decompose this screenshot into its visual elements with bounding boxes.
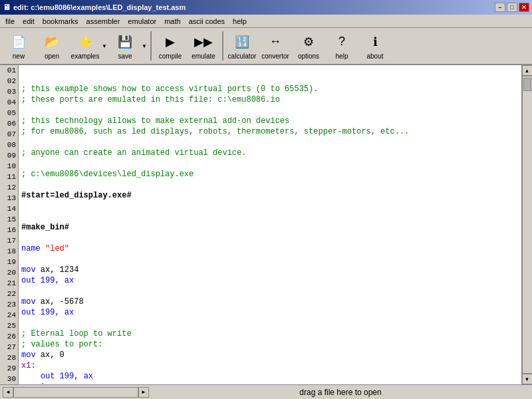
menu-item-emulator[interactable]: emulator	[124, 16, 160, 27]
menu-item-edit[interactable]: edit	[19, 16, 39, 27]
code-token: ; values to port:	[21, 340, 102, 349]
code-line-06	[21, 137, 519, 148]
line-num-20: 20	[0, 267, 18, 278]
minimize-button[interactable]: –	[495, 3, 505, 12]
menu-item-assembler[interactable]: assembler	[82, 16, 124, 27]
line-numbers: 0102030405060708091011121314151617181920…	[0, 65, 19, 384]
code-token: out 199,	[21, 276, 65, 285]
scroll-down-arrow[interactable]: ▼	[522, 374, 533, 384]
toolbar-btn-label: help	[336, 53, 348, 60]
line-num-02: 02	[0, 76, 18, 86]
code-token: ; c:\emu8086\devices\led_display.exe	[21, 170, 194, 179]
toolbar-btn-save[interactable]: 💾save	[109, 29, 141, 63]
options-icon: ⚙	[299, 33, 318, 51]
toolbar-btn-label: emulate	[192, 53, 215, 60]
line-num-22: 22	[0, 289, 18, 299]
code-line-21: mov ax, -5678	[21, 297, 519, 307]
code-token: #start=led_display.exe#	[21, 191, 132, 200]
toolbar-separator-6	[222, 31, 223, 61]
code-line-03	[21, 105, 519, 116]
save-icon: 💾	[116, 33, 134, 51]
code-line-10	[21, 180, 519, 190]
line-num-09: 09	[0, 150, 18, 161]
code-token: mov	[21, 297, 41, 307]
code-token: ; for emu8086, such as led displays, rob…	[21, 127, 409, 136]
line-num-11: 11	[0, 172, 18, 182]
h-scrollbar[interactable]: ◄ ►	[3, 387, 149, 398]
menu-item-bookmarks[interactable]: bookmarks	[39, 16, 82, 27]
code-area[interactable]: ; this example shows how to access virtu…	[19, 65, 521, 384]
convertor-icon: ↔	[266, 33, 285, 51]
scroll-track[interactable]	[522, 76, 533, 374]
code-line-11: #start=led_display.exe#	[21, 190, 519, 201]
code-token: name	[21, 244, 45, 253]
toolbar-btn-label: about	[366, 53, 383, 60]
menu-bar: fileeditbookmarksassembleremulatormathas…	[0, 15, 532, 28]
toolbar-btn-label: examples	[71, 53, 100, 60]
line-num-21: 21	[0, 278, 18, 289]
toolbar-btn-open[interactable]: 📂open	[36, 29, 68, 63]
scroll-up-arrow[interactable]: ▲	[522, 65, 533, 76]
line-num-07: 07	[0, 129, 18, 140]
code-token: ax	[60, 382, 69, 384]
code-line-29: inc ax	[21, 382, 519, 384]
toolbar-btn-emulate[interactable]: ▶▶emulate	[188, 29, 219, 63]
code-line-19: out 199, ax	[21, 275, 519, 286]
scroll-thumb[interactable]	[523, 78, 531, 91]
code-line-27: x1:	[21, 360, 519, 371]
toolbar-btn-label: open	[45, 53, 59, 60]
bottom-bar: ◄ ► drag a file here to open	[0, 384, 532, 399]
line-num-01: 01	[0, 65, 18, 76]
code-token: ax	[65, 276, 74, 285]
code-line-05: ; for emu8086, such as led displays, rob…	[21, 126, 519, 137]
line-num-13: 13	[0, 193, 18, 203]
toolbar-btn-new[interactable]: 📄new	[3, 29, 35, 63]
scroll-left-arrow[interactable]: ◄	[3, 387, 13, 398]
menu-item-file[interactable]: file	[1, 16, 19, 27]
line-num-15: 15	[0, 214, 18, 225]
toolbar-btn-compile[interactable]: ▶compile	[154, 29, 186, 63]
line-num-23: 23	[0, 299, 18, 310]
title-bar: 🖥 edit: c:\emu8086\examples\LED_display_…	[0, 0, 532, 15]
code-line-23	[21, 318, 519, 329]
title-text: edit: c:\emu8086\examples\LED_display_te…	[13, 3, 186, 11]
code-token: ax, 1234	[41, 265, 79, 275]
toolbar-btn-options[interactable]: ⚙options	[293, 29, 325, 63]
compile-icon: ▶	[161, 33, 180, 51]
examples-dropdown-arrow[interactable]: ▼	[101, 29, 108, 63]
h-scroll-track[interactable]	[13, 387, 138, 398]
line-num-14: 14	[0, 203, 18, 214]
line-num-25: 25	[0, 321, 18, 331]
code-token: ; this technology allows to make externa…	[21, 116, 289, 126]
code-line-02: ; these ports are emulated in this file:…	[21, 94, 519, 105]
toolbar-btn-examples[interactable]: ⭐examples	[69, 29, 101, 63]
toolbar-separator-4	[150, 31, 152, 61]
about-icon: ℹ	[366, 33, 384, 51]
toolbar-btn-calculator[interactable]: 🔢calculator	[226, 29, 258, 63]
scroll-right-arrow[interactable]: ►	[138, 387, 149, 398]
code-token: ; Eternal loop to write	[21, 329, 132, 338]
toolbar-btn-help[interactable]: ?help	[326, 29, 358, 63]
menu-item-math[interactable]: math	[160, 16, 184, 27]
menu-item-ascii-codes[interactable]: ascii codes	[185, 16, 229, 27]
emulate-icon: ▶▶	[194, 33, 213, 51]
maximize-button[interactable]: □	[507, 3, 517, 12]
line-num-03: 03	[0, 86, 18, 97]
save-dropdown-arrow[interactable]: ▼	[141, 29, 148, 63]
toolbar-btn-label: convertor	[261, 53, 289, 60]
menu-item-help[interactable]: help	[229, 16, 251, 27]
toolbar-btn-about[interactable]: ℹabout	[359, 29, 391, 63]
examples-icon: ⭐	[76, 33, 94, 51]
code-token: ax, 0	[41, 350, 65, 360]
line-num-12: 12	[0, 182, 18, 193]
code-token: ; these ports are emulated in this file:…	[21, 95, 280, 104]
toolbar-btn-convertor[interactable]: ↔convertor	[259, 29, 291, 63]
new-icon: 📄	[9, 33, 28, 51]
calculator-icon: 🔢	[233, 33, 251, 51]
toolbar-btn-label: options	[298, 53, 319, 60]
right-scrollbar[interactable]: ▲ ▼	[521, 65, 532, 384]
code-token: ax	[84, 372, 93, 381]
line-num-17: 17	[0, 235, 18, 246]
close-button[interactable]: ✕	[519, 3, 529, 12]
line-num-24: 24	[0, 310, 18, 321]
